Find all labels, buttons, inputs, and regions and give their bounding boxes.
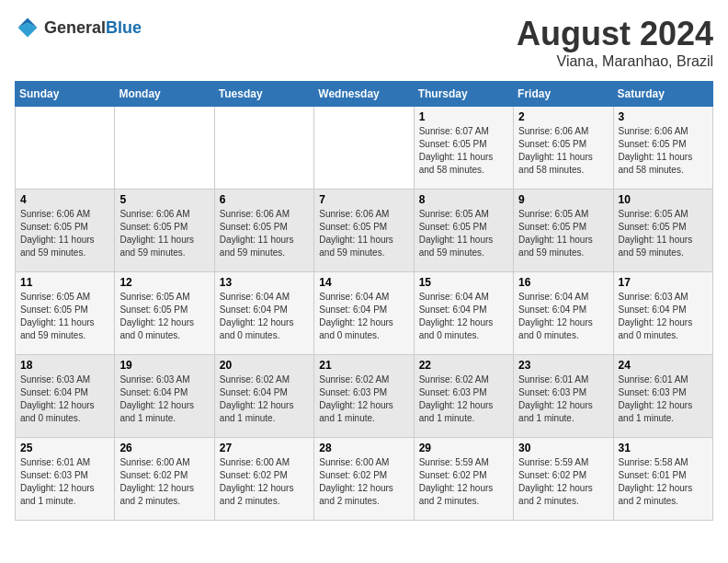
calendar-cell: 30Sunrise: 5:59 AM Sunset: 6:02 PM Dayli… [514,438,613,521]
day-number: 18 [20,359,110,372]
calendar-cell: 29Sunrise: 5:59 AM Sunset: 6:02 PM Dayli… [414,438,513,521]
calendar-cell: 13Sunrise: 6:04 AM Sunset: 6:04 PM Dayli… [214,272,313,355]
day-number: 11 [20,276,110,289]
day-number: 15 [419,276,509,289]
calendar-cell: 31Sunrise: 5:58 AM Sunset: 6:01 PM Dayli… [613,438,712,521]
day-info: Sunrise: 6:00 AM Sunset: 6:02 PM Dayligh… [319,456,409,508]
day-number: 24 [619,359,709,372]
main-title: August 2024 [517,15,713,53]
calendar-cell: 6Sunrise: 6:06 AM Sunset: 6:05 PM Daylig… [214,190,313,272]
calendar-cell: 15Sunrise: 6:04 AM Sunset: 6:04 PM Dayli… [414,272,513,355]
day-number: 23 [518,359,609,372]
calendar-cell: 22Sunrise: 6:02 AM Sunset: 6:03 PM Dayli… [414,355,513,438]
day-number: 10 [619,193,709,206]
logo: GeneralBlue [15,15,142,40]
calendar-cell: 24Sunrise: 6:01 AM Sunset: 6:03 PM Dayli… [613,355,712,438]
day-number: 2 [518,110,609,123]
weekday-header: Wednesday [314,82,414,107]
day-info: Sunrise: 6:01 AM Sunset: 6:03 PM Dayligh… [619,373,709,425]
calendar-cell: 7Sunrise: 6:06 AM Sunset: 6:05 PM Daylig… [314,190,414,272]
logo-general: General [44,18,106,37]
weekday-header: Monday [115,82,214,107]
calendar-cell: 23Sunrise: 6:01 AM Sunset: 6:03 PM Dayli… [514,355,613,438]
day-info: Sunrise: 6:04 AM Sunset: 6:04 PM Dayligh… [419,291,509,342]
day-number: 17 [619,276,709,289]
calendar-cell: 12Sunrise: 6:05 AM Sunset: 6:05 PM Dayli… [115,272,214,355]
calendar-cell [115,107,214,190]
calendar-cell: 5Sunrise: 6:06 AM Sunset: 6:05 PM Daylig… [115,190,214,272]
day-info: Sunrise: 6:00 AM Sunset: 6:02 PM Dayligh… [220,456,310,508]
day-info: Sunrise: 6:00 AM Sunset: 6:02 PM Dayligh… [119,456,210,508]
day-info: Sunrise: 6:02 AM Sunset: 6:03 PM Dayligh… [319,373,409,425]
day-info: Sunrise: 6:06 AM Sunset: 6:05 PM Dayligh… [220,208,310,259]
day-info: Sunrise: 6:01 AM Sunset: 6:03 PM Dayligh… [20,456,110,508]
day-info: Sunrise: 6:06 AM Sunset: 6:05 PM Dayligh… [518,125,609,177]
calendar-cell: 3Sunrise: 6:06 AM Sunset: 6:05 PM Daylig… [613,107,712,190]
calendar-cell: 8Sunrise: 6:05 AM Sunset: 6:05 PM Daylig… [414,190,513,272]
calendar-week-row: 25Sunrise: 6:01 AM Sunset: 6:03 PM Dayli… [16,438,713,521]
subtitle: Viana, Maranhao, Brazil [517,53,713,70]
day-info: Sunrise: 6:06 AM Sunset: 6:05 PM Dayligh… [119,208,210,259]
calendar-cell: 16Sunrise: 6:04 AM Sunset: 6:04 PM Dayli… [514,272,613,355]
calendar-cell: 2Sunrise: 6:06 AM Sunset: 6:05 PM Daylig… [514,107,613,190]
day-info: Sunrise: 6:03 AM Sunset: 6:04 PM Dayligh… [619,291,709,342]
day-number: 25 [20,442,110,454]
day-info: Sunrise: 6:03 AM Sunset: 6:04 PM Dayligh… [119,373,210,425]
day-number: 20 [220,359,310,372]
day-info: Sunrise: 6:05 AM Sunset: 6:05 PM Dayligh… [518,208,609,259]
day-number: 5 [119,193,210,206]
day-number: 6 [220,193,310,206]
day-info: Sunrise: 6:06 AM Sunset: 6:05 PM Dayligh… [20,208,110,259]
day-number: 31 [619,442,709,454]
calendar: SundayMondayTuesdayWednesdayThursdayFrid… [15,81,713,521]
day-number: 9 [518,193,609,206]
day-number: 29 [419,442,509,454]
calendar-cell: 20Sunrise: 6:02 AM Sunset: 6:04 PM Dayli… [214,355,313,438]
calendar-cell: 9Sunrise: 6:05 AM Sunset: 6:05 PM Daylig… [514,190,613,272]
day-info: Sunrise: 6:06 AM Sunset: 6:05 PM Dayligh… [319,208,409,259]
weekday-header: Sunday [16,82,115,107]
day-info: Sunrise: 6:01 AM Sunset: 6:03 PM Dayligh… [518,373,609,425]
calendar-week-row: 4Sunrise: 6:06 AM Sunset: 6:05 PM Daylig… [16,190,713,272]
calendar-cell: 14Sunrise: 6:04 AM Sunset: 6:04 PM Dayli… [314,272,414,355]
day-number: 8 [419,193,509,206]
day-info: Sunrise: 6:02 AM Sunset: 6:03 PM Dayligh… [419,373,509,425]
calendar-cell: 10Sunrise: 6:05 AM Sunset: 6:05 PM Dayli… [613,190,712,272]
page-header: GeneralBlue August 2024 Viana, Maranhao,… [15,15,713,70]
calendar-cell: 17Sunrise: 6:03 AM Sunset: 6:04 PM Dayli… [613,272,712,355]
calendar-cell: 18Sunrise: 6:03 AM Sunset: 6:04 PM Dayli… [16,355,115,438]
day-info: Sunrise: 6:02 AM Sunset: 6:04 PM Dayligh… [220,373,310,425]
logo-blue: Blue [106,18,142,37]
day-number: 4 [20,193,110,206]
day-number: 7 [319,193,409,206]
calendar-week-row: 11Sunrise: 6:05 AM Sunset: 6:05 PM Dayli… [16,272,713,355]
calendar-cell [16,107,115,190]
day-info: Sunrise: 6:04 AM Sunset: 6:04 PM Dayligh… [319,291,409,342]
title-area: August 2024 Viana, Maranhao, Brazil [517,15,713,70]
day-number: 13 [220,276,310,289]
calendar-week-row: 1Sunrise: 6:07 AM Sunset: 6:05 PM Daylig… [16,107,713,190]
day-info: Sunrise: 5:58 AM Sunset: 6:01 PM Dayligh… [619,456,709,508]
weekday-header: Saturday [613,82,712,107]
calendar-cell: 25Sunrise: 6:01 AM Sunset: 6:03 PM Dayli… [16,438,115,521]
day-info: Sunrise: 6:04 AM Sunset: 6:04 PM Dayligh… [220,291,310,342]
calendar-cell: 27Sunrise: 6:00 AM Sunset: 6:02 PM Dayli… [214,438,313,521]
calendar-cell: 4Sunrise: 6:06 AM Sunset: 6:05 PM Daylig… [16,190,115,272]
day-info: Sunrise: 5:59 AM Sunset: 6:02 PM Dayligh… [518,456,609,508]
day-number: 3 [619,110,709,123]
day-info: Sunrise: 6:05 AM Sunset: 6:05 PM Dayligh… [119,291,210,342]
calendar-cell [314,107,414,190]
day-number: 16 [518,276,609,289]
day-number: 21 [319,359,409,372]
calendar-cell: 21Sunrise: 6:02 AM Sunset: 6:03 PM Dayli… [314,355,414,438]
calendar-cell: 19Sunrise: 6:03 AM Sunset: 6:04 PM Dayli… [115,355,214,438]
day-info: Sunrise: 5:59 AM Sunset: 6:02 PM Dayligh… [419,456,509,508]
calendar-cell [214,107,313,190]
calendar-header-row: SundayMondayTuesdayWednesdayThursdayFrid… [16,82,713,107]
weekday-header: Thursday [414,82,513,107]
day-number: 28 [319,442,409,454]
calendar-cell: 28Sunrise: 6:00 AM Sunset: 6:02 PM Dayli… [314,438,414,521]
day-info: Sunrise: 6:06 AM Sunset: 6:05 PM Dayligh… [619,125,709,177]
day-number: 22 [419,359,509,372]
day-number: 14 [319,276,409,289]
